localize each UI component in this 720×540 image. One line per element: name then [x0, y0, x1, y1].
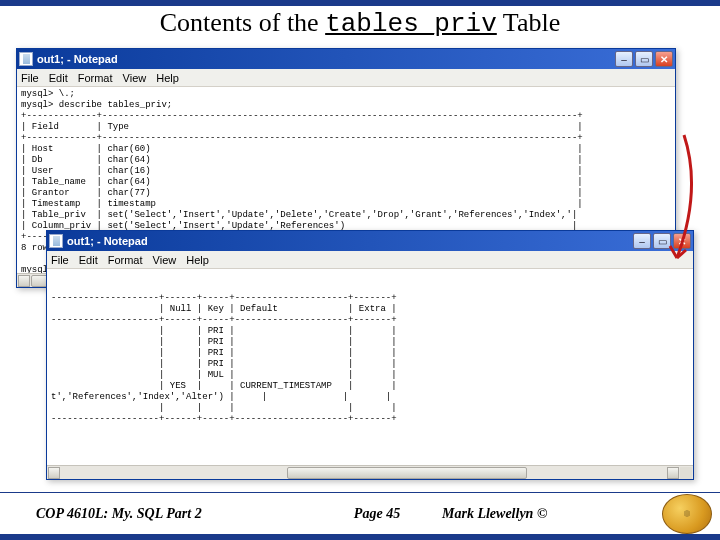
window-buttons: – ▭ ✕: [615, 51, 673, 67]
menubar: File Edit Format View Help: [17, 69, 675, 87]
menubar: File Edit Format View Help: [47, 251, 693, 269]
scroll-thumb[interactable]: [287, 467, 527, 479]
menu-edit[interactable]: Edit: [79, 254, 98, 266]
notepad-icon: [19, 52, 33, 66]
university-logo-icon: [662, 494, 712, 534]
notepad-icon: [49, 234, 63, 248]
minimize-button[interactable]: –: [633, 233, 651, 249]
close-button[interactable]: ✕: [673, 233, 691, 249]
menu-help[interactable]: Help: [156, 72, 179, 84]
horizontal-scrollbar[interactable]: [47, 465, 693, 479]
menu-file[interactable]: File: [51, 254, 69, 266]
menu-file[interactable]: File: [21, 72, 39, 84]
scroll-left-icon[interactable]: [18, 275, 30, 287]
scroll-corner: [680, 467, 692, 479]
minimize-button[interactable]: –: [615, 51, 633, 67]
footer-page: Page 45: [312, 506, 442, 522]
maximize-button[interactable]: ▭: [635, 51, 653, 67]
window-buttons: – ▭ ✕: [633, 233, 691, 249]
window-title: out1; - Notepad: [37, 53, 615, 65]
notepad-window-2: out1; - Notepad – ▭ ✕ File Edit Format V…: [46, 230, 694, 480]
window-title: out1; - Notepad: [67, 235, 633, 247]
scroll-right-icon[interactable]: [667, 467, 679, 479]
titlebar[interactable]: out1; - Notepad – ▭ ✕: [47, 231, 693, 251]
maximize-button[interactable]: ▭: [653, 233, 671, 249]
menu-format[interactable]: Format: [108, 254, 143, 266]
close-button[interactable]: ✕: [655, 51, 673, 67]
scroll-left-icon[interactable]: [48, 467, 60, 479]
menu-help[interactable]: Help: [186, 254, 209, 266]
slide-footer: COP 4610L: My. SQL Part 2 Page 45 Mark L…: [0, 492, 720, 534]
menu-edit[interactable]: Edit: [49, 72, 68, 84]
menu-format[interactable]: Format: [78, 72, 113, 84]
footer-course: COP 4610L: My. SQL Part 2: [0, 506, 312, 522]
menu-view[interactable]: View: [153, 254, 177, 266]
menu-view[interactable]: View: [123, 72, 147, 84]
titlebar[interactable]: out1; - Notepad – ▭ ✕: [17, 49, 675, 69]
notepad-content[interactable]: --------------------+------+-----+------…: [47, 269, 693, 465]
footer-author: Mark Llewellyn ©: [442, 506, 662, 522]
